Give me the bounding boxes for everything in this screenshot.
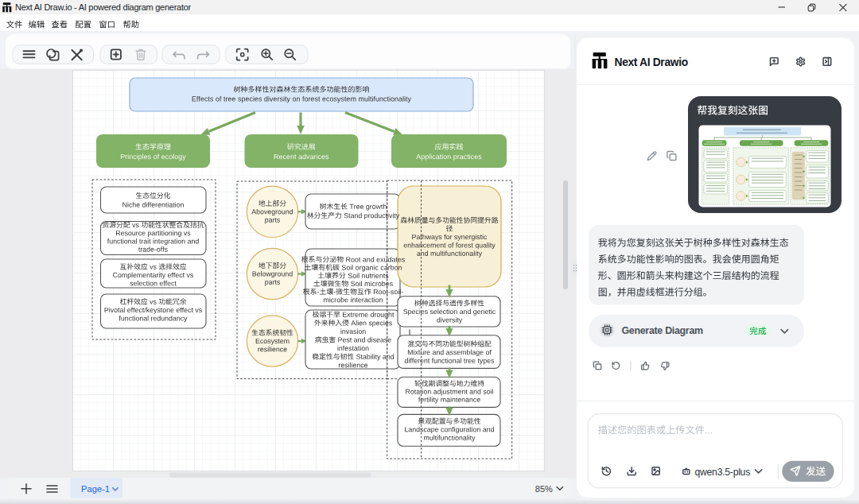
svg-text:qwen3.5-plus: qwen3.5-plus (695, 467, 751, 478)
svg-text:Next AI Drawio: Next AI Drawio (615, 56, 688, 68)
svg-text:Generate Diagram: Generate Diagram (622, 325, 704, 336)
svg-text:85%: 85% (535, 484, 553, 494)
svg-text:Next AI Draw.io - AI powered d: Next AI Draw.io - AI powered diagram gen… (15, 2, 192, 12)
svg-text:Page-1: Page-1 (81, 484, 110, 494)
